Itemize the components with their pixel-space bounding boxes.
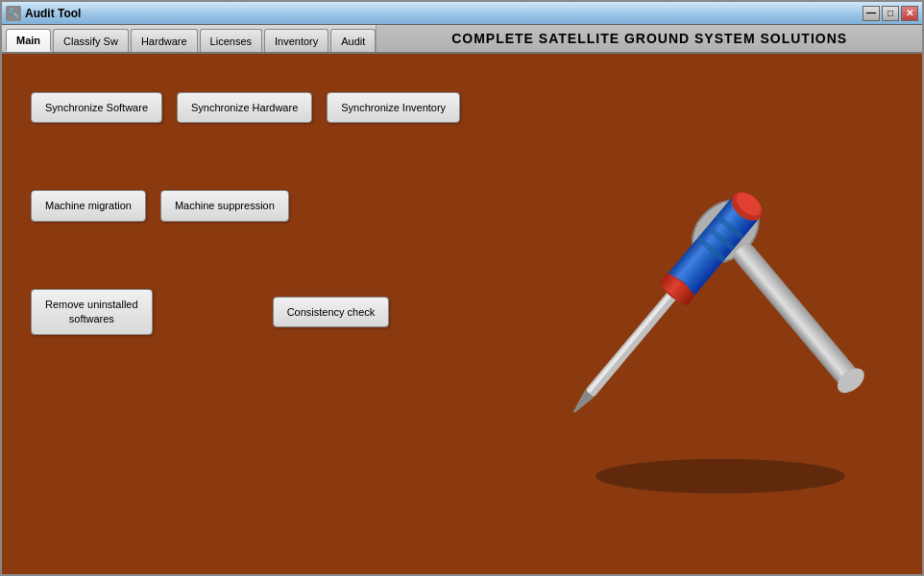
- svg-rect-6: [731, 241, 860, 388]
- machine-button-row: Machine migration Machine suppression: [31, 190, 473, 221]
- sync-inventory-button[interactable]: Synchronize Inventory: [327, 92, 460, 123]
- main-window: 🔧 Audit Tool — □ ✕ Main Classify Sw Hard…: [0, 0, 924, 576]
- app-header-title: COMPLETE SATELLITE GROUND SYSTEM SOLUTIO…: [451, 31, 847, 46]
- button-panel: Synchronize Software Synchronize Hardwar…: [2, 54, 501, 574]
- utility-button-row: Remove uninstalled softwares Consistency…: [31, 289, 473, 336]
- window-title: Audit Tool: [25, 7, 81, 20]
- remove-uninstalled-button[interactable]: Remove uninstalled softwares: [31, 289, 153, 336]
- title-bar-controls: — □ ✕: [863, 6, 918, 21]
- title-bar: 🔧 Audit Tool — □ ✕: [2, 2, 922, 25]
- sync-hardware-button[interactable]: Synchronize Hardware: [177, 92, 312, 123]
- tab-main[interactable]: Main: [6, 29, 51, 52]
- machine-migration-button[interactable]: Machine migration: [31, 190, 146, 221]
- tab-bar: Main Classify Sw Hardware Licenses Inven…: [2, 25, 376, 52]
- app-title-area: COMPLETE SATELLITE GROUND SYSTEM SOLUTIO…: [376, 25, 922, 52]
- close-button[interactable]: ✕: [901, 6, 918, 21]
- tab-audit[interactable]: Audit: [330, 29, 376, 52]
- tools-svg: [547, 121, 893, 505]
- tab-licenses[interactable]: Licenses: [200, 29, 262, 52]
- maximize-button[interactable]: □: [882, 6, 899, 21]
- consistency-check-button[interactable]: Consistency check: [273, 297, 390, 327]
- sync-button-row: Synchronize Software Synchronize Hardwar…: [31, 92, 473, 123]
- sync-software-button[interactable]: Synchronize Software: [31, 92, 162, 123]
- machine-suppression-button[interactable]: Machine suppression: [160, 190, 289, 221]
- spacer2: [31, 241, 473, 270]
- minimize-button[interactable]: —: [863, 6, 880, 21]
- svg-point-0: [596, 459, 845, 493]
- title-bar-left: 🔧 Audit Tool: [6, 6, 81, 21]
- app-icon: 🔧: [6, 6, 21, 21]
- svg-rect-15: [587, 288, 676, 394]
- tab-inventory[interactable]: Inventory: [264, 29, 328, 52]
- tools-illustration: [538, 111, 903, 515]
- tab-classify-sw[interactable]: Classify Sw: [53, 29, 129, 52]
- tab-hardware[interactable]: Hardware: [131, 29, 198, 52]
- menu-header-row: Main Classify Sw Hardware Licenses Inven…: [2, 25, 922, 54]
- spacer1: [31, 142, 473, 171]
- main-content: Synchronize Software Synchronize Hardwar…: [2, 54, 922, 574]
